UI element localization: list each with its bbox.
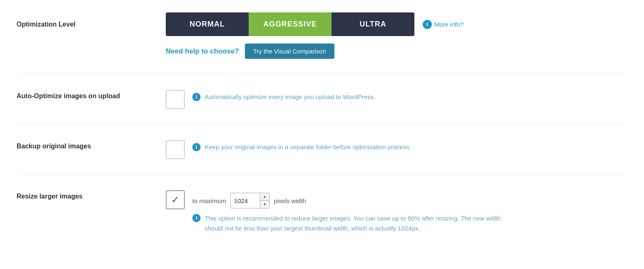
- need-help-text: Need help to choose?: [166, 47, 239, 56]
- auto-optimize-info-text: Automatically optimize every image you u…: [205, 92, 375, 102]
- backup-original-checkbox[interactable]: [166, 140, 185, 159]
- resize-larger-label: Resize larger images: [17, 189, 166, 201]
- optimization-level-section: Optimization Level NORMAL AGGRESSIVE ULT…: [17, 12, 627, 74]
- resize-info-icon: i: [192, 214, 201, 222]
- more-info-icon: i: [423, 20, 432, 29]
- optimization-level-label: Optimization Level: [17, 12, 166, 28]
- auto-optimize-checkbox[interactable]: [166, 90, 185, 109]
- divider-2: [17, 124, 627, 124]
- more-info-label: More info?: [434, 21, 464, 28]
- backup-original-checkbox-row: i Keep your original images in a separat…: [166, 139, 627, 159]
- resize-info-block: i This option is recommended to reduce l…: [192, 213, 520, 233]
- resize-larger-content: ✓ to maximum ▲ ▼ pixels width: [166, 189, 627, 233]
- spinner-buttons: ▲ ▼: [260, 193, 269, 208]
- opt-btn-ultra[interactable]: ULTRA: [332, 12, 414, 36]
- auto-optimize-content: i Automatically optimize every image you…: [166, 89, 627, 109]
- visual-compare-button[interactable]: Try the Visual Comparison: [245, 44, 334, 59]
- main-container: Optimization Level NORMAL AGGRESSIVE ULT…: [0, 0, 644, 269]
- resize-larger-checkbox-row: ✓ to maximum ▲ ▼ pixels width: [166, 189, 627, 233]
- spinner-up-button[interactable]: ▲: [260, 193, 269, 201]
- opt-btn-normal[interactable]: NORMAL: [166, 12, 249, 36]
- backup-original-info-icon: i: [192, 143, 201, 151]
- resize-larger-section: Resize larger images ✓ to maximum ▲ ▼: [17, 189, 627, 233]
- spinner-down-button[interactable]: ▼: [260, 201, 269, 208]
- resize-suffix-text: pixels width: [274, 197, 306, 204]
- divider-3: [17, 174, 627, 174]
- resize-info-text: This option is recommended to reduce lar…: [205, 213, 520, 233]
- backup-original-content: i Keep your original images in a separat…: [166, 139, 627, 159]
- checkmark-icon: ✓: [171, 194, 179, 206]
- auto-optimize-info-icon: i: [192, 93, 201, 101]
- backup-original-section: Backup original images i Keep your origi…: [17, 139, 627, 159]
- opt-btn-aggressive[interactable]: AGGRESSIVE: [249, 12, 332, 36]
- buttons-and-link: NORMAL AGGRESSIVE ULTRA i More info?: [166, 12, 627, 36]
- resize-inline-controls: to maximum ▲ ▼ pixels width: [192, 189, 520, 208]
- optimization-level-content: NORMAL AGGRESSIVE ULTRA i More info? Nee…: [166, 12, 627, 59]
- auto-optimize-info: i Automatically optimize every image you…: [192, 89, 375, 102]
- pixel-input-wrap: ▲ ▼: [230, 193, 270, 208]
- resize-larger-checkbox[interactable]: ✓: [166, 190, 185, 209]
- visual-compare-row: Need help to choose? Try the Visual Comp…: [166, 44, 627, 59]
- resize-prefix-text: to maximum: [192, 197, 226, 204]
- more-info-link[interactable]: i More info?: [423, 20, 464, 29]
- auto-optimize-section: Auto-Optimize images on upload i Automat…: [17, 89, 627, 109]
- pixel-width-input[interactable]: [231, 195, 260, 207]
- auto-optimize-checkbox-row: i Automatically optimize every image you…: [166, 89, 627, 109]
- auto-optimize-label: Auto-Optimize images on upload: [17, 89, 166, 101]
- opt-buttons-row: NORMAL AGGRESSIVE ULTRA: [166, 12, 414, 36]
- backup-original-info-text: Keep your original images in a separate …: [205, 143, 411, 152]
- divider-1: [17, 74, 627, 74]
- backup-original-label: Backup original images: [17, 139, 166, 151]
- backup-original-info: i Keep your original images in a separat…: [192, 139, 411, 152]
